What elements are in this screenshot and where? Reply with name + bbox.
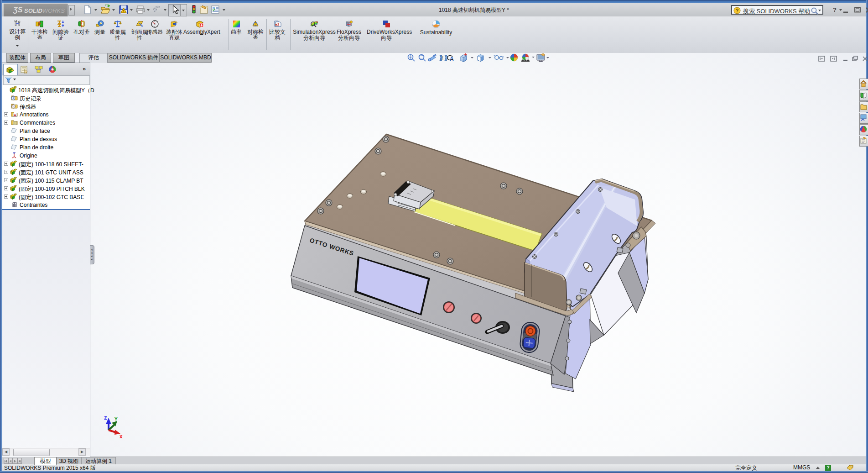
svg-text:Z: Z (104, 415, 107, 421)
svg-text:A: A (14, 113, 16, 117)
svg-text:X: X (120, 434, 123, 440)
svg-text:Y: Y (114, 416, 118, 422)
